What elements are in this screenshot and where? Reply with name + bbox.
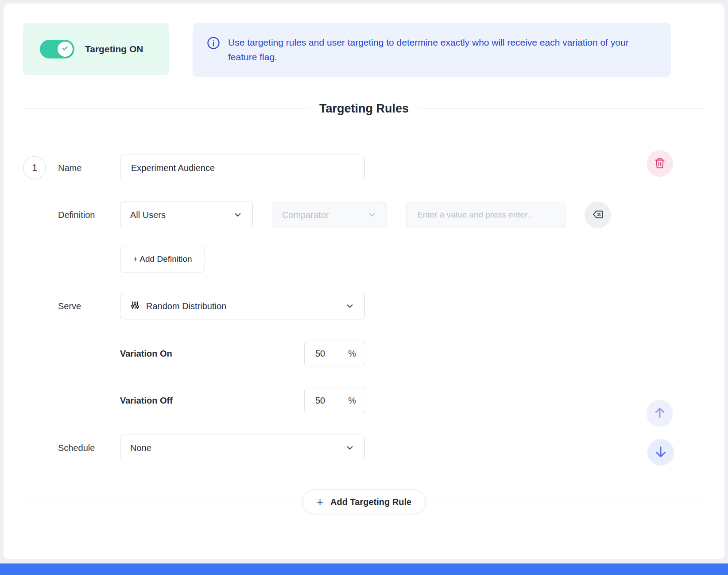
definition-row: Definition All Users Comparator [23,202,705,228]
info-icon [207,35,220,65]
targeting-toggle[interactable] [40,40,74,58]
serve-select-value: Random Distribution [146,301,226,311]
variation-on-input[interactable] [315,349,340,359]
delete-rule-button[interactable] [647,150,673,177]
chevron-down-icon [345,301,355,311]
arrow-down-icon [654,445,668,460]
rule-name-input[interactable] [120,155,365,181]
variation-off-label: Variation Off [120,396,304,406]
variation-on-row: Variation On % [23,341,705,366]
percent-suffix: % [348,396,356,406]
divider-line [426,502,705,502]
bottom-bar [0,563,728,575]
variation-off-input[interactable] [315,396,340,406]
definition-select-value: All Users [130,210,166,220]
comparator-select[interactable]: Comparator [272,202,387,228]
serve-row: Serve Random Distribution [23,293,705,319]
divider-line [418,109,705,109]
schedule-row: Schedule None [23,435,705,461]
comparator-select-placeholder: Comparator [282,210,329,220]
targeting-toggle-box: Targeting ON [23,23,169,75]
serve-select[interactable]: Random Distribution [120,293,365,319]
definition-label: Definition [58,210,120,220]
percent-suffix: % [348,349,356,359]
toggle-knob [58,42,73,57]
variation-off-field: % [304,388,365,413]
add-targeting-rule-label: Add Targeting Rule [330,497,411,507]
schedule-select-value: None [130,443,151,453]
variation-off-row: Variation Off % [23,388,705,413]
definition-value-input[interactable] [406,202,565,228]
variation-on-label: Variation On [120,349,304,359]
page-title: Targeting Rules [319,102,409,116]
add-definition-row: + Add Definition [23,246,705,272]
chevron-down-icon [367,210,377,220]
rule-index-badge: 1 [23,156,46,179]
definition-select[interactable]: All Users [120,202,253,228]
toggle-check-icon [62,45,69,54]
name-label: Name [58,163,120,173]
backspace-icon [592,209,604,221]
add-definition-button[interactable]: + Add Definition [120,246,205,272]
plus-icon: + [317,496,323,508]
footer-row: + Add Targeting Rule [23,490,705,514]
trash-icon [654,157,666,170]
section-title-row: Targeting Rules [23,102,705,116]
move-rule-down-button[interactable] [647,439,674,466]
arrow-up-icon [653,406,666,421]
name-row: 1 Name [23,155,705,181]
clear-definition-button[interactable] [585,202,611,228]
info-banner-text: Use targeting rules and user targeting t… [228,35,653,65]
serve-label: Serve [58,301,120,311]
targeting-panel: Targeting ON Use targeting rules and use… [4,4,724,559]
chevron-down-icon [233,210,243,220]
schedule-select[interactable]: None [120,435,365,461]
targeting-rule-1: 1 Name Definition All Users Comparator [23,155,705,461]
chevron-down-icon [345,443,355,453]
add-targeting-rule-button[interactable]: + Add Targeting Rule [302,490,426,514]
header: Targeting ON Use targeting rules and use… [23,23,705,77]
move-rule-up-button[interactable] [647,400,673,427]
info-banner: Use targeting rules and user targeting t… [193,23,671,77]
sliders-icon [130,300,140,312]
divider-line [23,109,310,109]
targeting-toggle-label: Targeting ON [85,44,143,54]
variation-on-field: % [304,341,365,366]
schedule-label: Schedule [58,443,120,453]
divider-line [23,502,302,502]
